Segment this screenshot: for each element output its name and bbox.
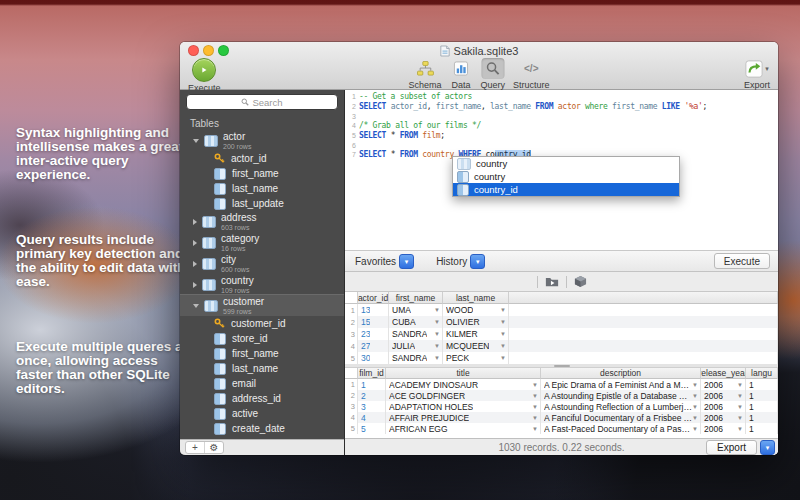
cell-dropdown-icon[interactable]: ▼ [737,393,745,399]
toolbar-data-button[interactable]: Data [450,58,473,90]
grid-cell[interactable]: 1 [746,390,778,401]
grid-cell[interactable]: 2006▼ [701,401,746,412]
sidebar-column-actor_id[interactable]: actor_id [180,151,344,166]
grid-cell[interactable]: ACADEMY DINOSAUR▼ [386,379,541,390]
grid-cell[interactable]: 27 [358,340,389,352]
grid-cell[interactable]: JULIA▼ [389,340,443,352]
cell-dropdown-icon[interactable]: ▼ [500,331,508,337]
cell-dropdown-icon[interactable]: ▼ [692,426,700,432]
cell-dropdown-icon[interactable]: ▼ [434,319,442,325]
grid-cell[interactable] [509,304,778,316]
grid-row-number[interactable]: 5 [345,423,358,434]
grid-row-number[interactable]: 4 [345,412,358,423]
sidebar-table-city[interactable]: city600 rows [180,253,344,274]
grid-cell[interactable]: 2 [358,390,386,401]
sidebar-column-first_name[interactable]: first_name [180,166,344,181]
search-input[interactable]: Search [186,94,338,110]
grid-cell[interactable]: OLIVIER▼ [443,316,509,328]
titlebar[interactable]: Sakila.sqlite3 Execute Schema [180,42,778,90]
autocomplete-item-country_id[interactable]: country_id [453,183,679,196]
grid-cell[interactable]: 2006▼ [701,412,746,423]
grid-row-number[interactable]: 2 [345,390,358,401]
disclosure-triangle-icon[interactable] [193,304,199,308]
grid-header-first_name[interactable]: first_name [389,292,443,304]
grid-cell[interactable]: 2006▼ [701,390,746,401]
cell-dropdown-icon[interactable]: ▼ [737,426,745,432]
sidebar-table-address[interactable]: address603 rows [180,211,344,232]
grid-cell[interactable] [509,328,778,340]
sidebar-column-active[interactable]: active [180,406,344,421]
toolbar-query-button[interactable]: Query [481,58,506,90]
folder-play-icon[interactable] [545,276,559,287]
sidebar-table-country[interactable]: country109 rows [180,274,344,295]
grid-cell[interactable]: A Fanciful Documentary of a Frisbee An..… [541,412,701,423]
cell-dropdown-icon[interactable]: ▼ [500,343,508,349]
cell-dropdown-icon[interactable]: ▼ [500,355,508,361]
grid-cell[interactable]: A Epic Drama of a Feminist And a Mad...▼ [541,379,701,390]
grid-cell[interactable]: UMA▼ [389,304,443,316]
cell-dropdown-icon[interactable]: ▼ [532,415,540,421]
grid-row-number[interactable]: 3 [345,328,358,340]
cell-dropdown-icon[interactable]: ▼ [692,415,700,421]
sidebar-column-last_name[interactable]: last_name [180,181,344,196]
grid-cell[interactable]: A Fast-Paced Documentary of a Pastry...▼ [541,423,701,434]
grid-cell[interactable]: PECK▼ [443,352,509,364]
cell-dropdown-icon[interactable]: ▼ [532,404,540,410]
cell-dropdown-icon[interactable]: ▼ [737,404,745,410]
grid-cell[interactable] [509,352,778,364]
cell-dropdown-icon[interactable]: ▼ [434,331,442,337]
disclosure-triangle-icon[interactable] [193,219,197,225]
grid-cell[interactable] [509,316,778,328]
toolbar-schema-button[interactable]: Schema [408,58,441,90]
grid-row-number[interactable]: 1 [345,379,358,390]
grid-cell[interactable]: A Astounding Reflection of a Lumberjac..… [541,401,701,412]
sidebar-column-store_id[interactable]: store_id [180,331,344,346]
grid-cell[interactable] [509,340,778,352]
sidebar-column-address_id[interactable]: address_id [180,391,344,406]
disclosure-triangle-icon[interactable] [193,282,197,288]
grid-header-description[interactable]: description [541,368,701,379]
grid-cell[interactable]: ADAPTATION HOLES▼ [386,401,541,412]
grid-cell[interactable]: ACE GOLDFINGER▼ [386,390,541,401]
grid-cell[interactable]: 1 [746,423,778,434]
add-table-button[interactable]: + [186,442,204,453]
cell-dropdown-icon[interactable]: ▼ [500,319,508,325]
execute-query-button[interactable]: Execute [714,253,770,269]
grid-cell[interactable]: 1 [746,401,778,412]
sidebar-table-customer[interactable]: customer599 rows [180,295,344,316]
history-dropdown[interactable]: History ▾ [436,254,485,269]
sidebar-column-last_name[interactable]: last_name [180,361,344,376]
cell-dropdown-icon[interactable]: ▼ [692,382,700,388]
cell-dropdown-icon[interactable]: ▼ [737,415,745,421]
grid-cell[interactable]: SANDRA▼ [389,328,443,340]
grid-cell[interactable]: 2006▼ [701,379,746,390]
grid-header-release_year[interactable]: release_year [701,368,746,379]
grid-cell[interactable]: 4 [358,412,386,423]
cell-dropdown-icon[interactable]: ▼ [434,343,442,349]
cell-dropdown-icon[interactable]: ▼ [532,382,540,388]
cube-icon[interactable] [574,275,587,288]
grid-cell[interactable]: 15 [358,316,389,328]
autocomplete-item-country[interactable]: country [453,157,679,170]
export-results-button[interactable]: Export [706,440,757,455]
grid-cell[interactable]: AFRICAN EGG▼ [386,423,541,434]
grid-cell[interactable]: KILMER▼ [443,328,509,340]
disclosure-triangle-icon[interactable] [193,240,197,246]
grid-row-number[interactable]: 3 [345,401,358,412]
grid-cell[interactable]: 1 [746,412,778,423]
grid-cell[interactable]: 1 [746,379,778,390]
grid-header-actor_id[interactable]: actor_id [358,292,389,304]
sidebar-column-first_name[interactable]: first_name [180,346,344,361]
disclosure-triangle-icon[interactable] [193,139,199,143]
cell-dropdown-icon[interactable]: ▼ [500,307,508,313]
grid-header-film_id[interactable]: film_id [358,368,386,379]
sidebar-table-category[interactable]: category16 rows [180,232,344,253]
grid-cell[interactable]: MCQUEEN▼ [443,340,509,352]
cell-dropdown-icon[interactable]: ▼ [532,393,540,399]
cell-dropdown-icon[interactable]: ▼ [692,404,700,410]
grid-cell[interactable]: SANDRA▼ [389,352,443,364]
toolbar-execute-button[interactable]: Execute [188,58,221,93]
grid-row-number[interactable]: 5 [345,352,358,364]
toolbar-structure-button[interactable]: </> Structure [513,58,550,90]
disclosure-triangle-icon[interactable] [193,261,197,267]
